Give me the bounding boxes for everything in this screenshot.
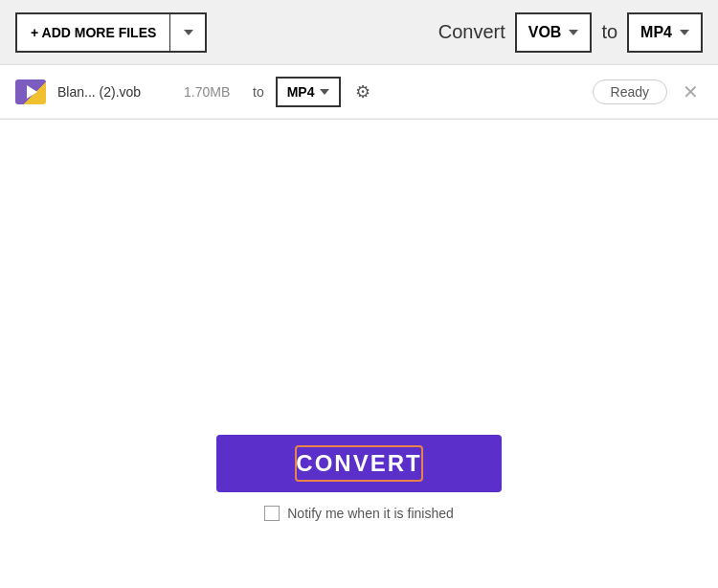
remove-file-button[interactable]: ✕ bbox=[679, 82, 703, 102]
add-files-button[interactable]: + ADD MORE FILES bbox=[15, 12, 207, 53]
notify-label: Notify me when it is finished bbox=[287, 506, 454, 521]
to-label: to bbox=[601, 21, 617, 43]
source-format-label: VOB bbox=[528, 24, 562, 41]
notify-row: Notify me when it is finished bbox=[264, 506, 454, 521]
toolbar: + ADD MORE FILES Convert VOB to MP4 bbox=[0, 0, 718, 65]
target-format-chevron-icon bbox=[680, 30, 689, 35]
file-to-label: to bbox=[253, 84, 264, 100]
file-type-icon bbox=[15, 79, 46, 104]
notify-checkbox[interactable] bbox=[264, 506, 280, 521]
convert-label: Convert bbox=[438, 21, 505, 43]
file-area: Blan... (2).vob 1.70MB to MP4 ⚙ Ready ✕ bbox=[0, 65, 718, 120]
file-row: Blan... (2).vob 1.70MB to MP4 ⚙ Ready ✕ bbox=[0, 65, 718, 119]
convert-button[interactable]: CONVERT bbox=[216, 435, 502, 492]
convert-area: CONVERT Notify me when it is finished bbox=[216, 435, 502, 550]
file-format-select-button[interactable]: MP4 bbox=[276, 77, 342, 107]
source-format-button[interactable]: VOB bbox=[515, 12, 593, 53]
play-icon bbox=[27, 85, 37, 99]
chevron-down-icon bbox=[184, 30, 193, 35]
source-format-chevron-icon bbox=[569, 30, 578, 35]
toolbar-right: Convert VOB to MP4 bbox=[438, 12, 703, 53]
add-files-dropdown-button[interactable] bbox=[170, 14, 205, 51]
add-files-label[interactable]: + ADD MORE FILES bbox=[17, 14, 170, 51]
main-content: CONVERT Notify me when it is finished bbox=[0, 120, 718, 588]
toolbar-left: + ADD MORE FILES bbox=[15, 12, 207, 53]
target-format-button[interactable]: MP4 bbox=[627, 12, 703, 53]
file-size: 1.70MB bbox=[184, 84, 241, 100]
settings-icon[interactable]: ⚙ bbox=[352, 81, 373, 102]
file-format-chevron-icon bbox=[320, 89, 329, 95]
target-format-label: MP4 bbox=[640, 24, 672, 41]
convert-button-ring bbox=[295, 445, 423, 482]
status-badge: Ready bbox=[593, 79, 667, 104]
file-name: Blan... (2).vob bbox=[57, 84, 172, 100]
file-format-label: MP4 bbox=[287, 84, 315, 100]
